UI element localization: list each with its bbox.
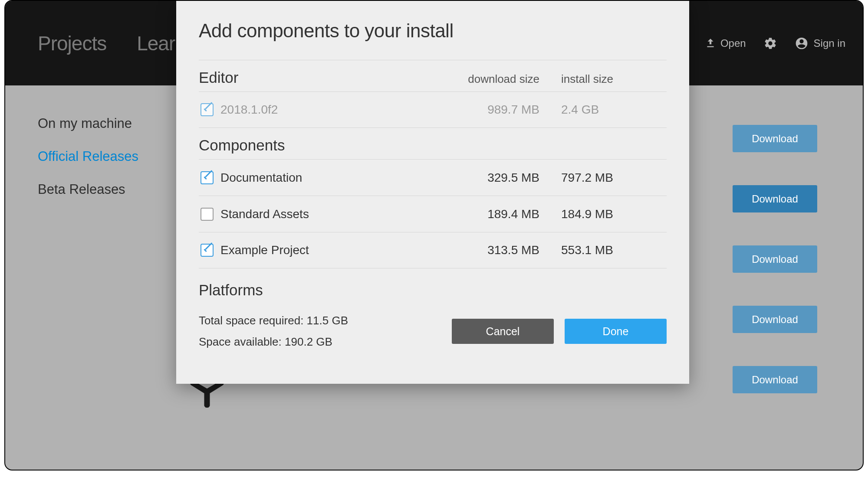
total-space-required: Total space required: 11.5 GB <box>199 310 348 331</box>
component-row-standard-assets[interactable]: Standard Assets 189.4 MB 184.9 MB <box>199 196 667 232</box>
component-checkbox[interactable] <box>201 208 214 221</box>
download-button[interactable]: Download <box>733 306 817 333</box>
unity-cube-icon <box>187 382 227 409</box>
component-label: Documentation <box>220 171 453 185</box>
cancel-button[interactable]: Cancel <box>452 319 554 344</box>
download-button[interactable]: Download <box>733 366 817 393</box>
editor-install-size: 2.4 GB <box>557 103 661 117</box>
component-install-size: 184.9 MB <box>557 207 661 221</box>
component-checkbox[interactable] <box>201 171 214 184</box>
component-install-size: 553.1 MB <box>557 243 661 257</box>
column-download-size: download size <box>453 72 557 86</box>
download-column: Download Download Download Download Down… <box>733 125 817 393</box>
signin-label: Sign in <box>814 37 845 49</box>
download-button[interactable]: Download <box>733 245 817 273</box>
editor-version-label: 2018.1.0f2 <box>220 103 453 117</box>
open-label: Open <box>720 37 746 49</box>
space-info: Total space required: 11.5 GB Space avai… <box>199 310 348 353</box>
section-editor-title: Editor <box>199 69 453 86</box>
space-available: Space available: 190.2 GB <box>199 331 348 353</box>
component-label: Example Project <box>220 243 453 257</box>
add-components-modal: Add components to your install Editor do… <box>176 1 689 384</box>
sidenav-official-releases[interactable]: Official Releases <box>38 149 138 164</box>
component-download-size: 313.5 MB <box>453 243 557 257</box>
done-button[interactable]: Done <box>565 319 667 344</box>
topnav-projects[interactable]: Projects <box>38 32 106 55</box>
download-button[interactable]: Download <box>733 125 817 152</box>
section-platforms-title: Platforms <box>199 281 667 299</box>
sidenav-beta-releases[interactable]: Beta Releases <box>38 182 138 197</box>
component-checkbox[interactable] <box>201 244 214 257</box>
modal-title: Add components to your install <box>199 20 667 42</box>
gear-icon[interactable] <box>763 36 777 50</box>
upload-icon <box>705 38 716 49</box>
editor-checkbox <box>201 103 214 116</box>
user-icon <box>795 36 809 50</box>
signin-button[interactable]: Sign in <box>795 36 845 50</box>
editor-row: 2018.1.0f2 989.7 MB 2.4 GB <box>199 91 667 128</box>
column-install-size: install size <box>557 72 661 86</box>
sidenav-on-my-machine[interactable]: On my machine <box>38 116 138 131</box>
side-nav: On my machine Official Releases Beta Rel… <box>38 116 138 197</box>
editor-download-size: 989.7 MB <box>453 103 557 117</box>
open-button[interactable]: Open <box>705 37 746 49</box>
component-install-size: 797.2 MB <box>557 171 661 185</box>
section-components-title: Components <box>199 137 453 154</box>
component-row-example-project[interactable]: Example Project 313.5 MB 553.1 MB <box>199 232 667 268</box>
component-row-documentation[interactable]: Documentation 329.5 MB 797.2 MB <box>199 159 667 196</box>
component-download-size: 329.5 MB <box>453 171 557 185</box>
download-button[interactable]: Download <box>733 185 817 212</box>
component-download-size: 189.4 MB <box>453 207 557 221</box>
component-label: Standard Assets <box>220 207 453 221</box>
